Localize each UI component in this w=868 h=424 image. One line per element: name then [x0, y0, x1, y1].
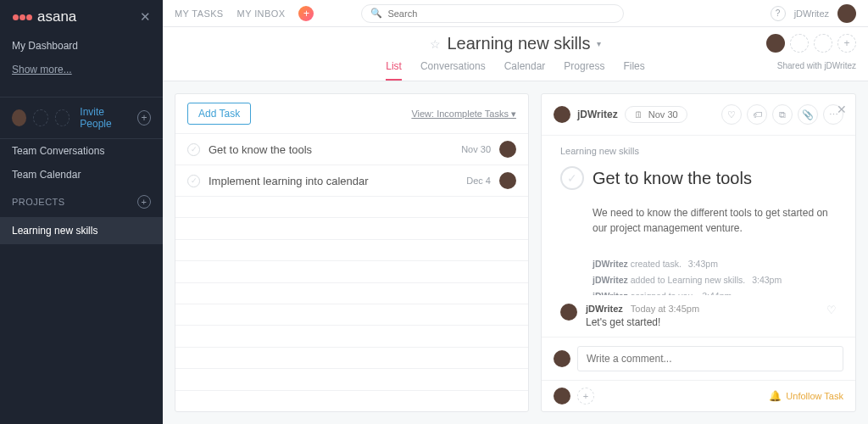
- comment-avatar[interactable]: [560, 304, 577, 321]
- member-avatar[interactable]: [766, 34, 785, 53]
- empty-row[interactable]: [175, 217, 528, 238]
- task-description[interactable]: We need to know the different tools to g…: [560, 205, 837, 236]
- unfollow-label: Unfollow Task: [786, 391, 843, 401]
- due-date-button[interactable]: 🗓 Nov 30: [625, 106, 687, 123]
- team-conversations-link[interactable]: Team Conversations: [0, 139, 163, 163]
- complete-checkbox[interactable]: [187, 175, 200, 187]
- comment-item: jDWritez Today at 3:45pm Let's get start…: [542, 295, 855, 337]
- avatar[interactable]: [12, 109, 26, 126]
- complete-checkbox[interactable]: ✓: [560, 166, 584, 190]
- project-header: ☆ Learning new skills ▾ + Shared with jD…: [163, 27, 868, 81]
- user-name[interactable]: jDWritez: [794, 8, 829, 19]
- activity-item: jDWritez assigned to you.3:44pm: [593, 288, 837, 295]
- project-title[interactable]: Learning new skills: [448, 34, 591, 53]
- follower-avatar[interactable]: [554, 388, 570, 404]
- tab-progress[interactable]: Progress: [564, 60, 604, 81]
- comment-author: jDWritez: [586, 304, 623, 314]
- task-row[interactable]: Get to know the tools Nov 30: [175, 133, 528, 165]
- empty-row[interactable]: [175, 196, 528, 217]
- invite-row: Invite People +: [0, 97, 163, 139]
- plus-icon[interactable]: +: [137, 110, 151, 126]
- help-icon[interactable]: ?: [771, 6, 786, 21]
- show-more-link[interactable]: Show more...: [0, 58, 163, 81]
- empty-row[interactable]: [175, 368, 528, 389]
- view-filter-dropdown[interactable]: View: Incomplete Tasks: [411, 109, 516, 120]
- task-title[interactable]: Get to know the tools: [209, 143, 453, 156]
- activity-item: jDWritez created task.3:43pm: [593, 256, 837, 272]
- assignee-avatar[interactable]: [499, 172, 516, 189]
- unfollow-button[interactable]: 🔔 Unfollow Task: [769, 390, 843, 402]
- task-detail-pane: ✕ jDWritez 🗓 Nov 30 ♡ 🏷 ⧉ 📎 ⋯: [541, 93, 856, 412]
- chevron-down-icon[interactable]: ▾: [597, 39, 601, 48]
- due-date-value: Nov 30: [648, 109, 678, 120]
- logo-icon: [12, 14, 32, 20]
- invite-people-link[interactable]: Invite People: [80, 106, 131, 130]
- close-icon[interactable]: ✕: [140, 9, 151, 25]
- add-task-button[interactable]: Add Task: [187, 103, 251, 125]
- brand-name: asana: [37, 8, 76, 25]
- complete-checkbox[interactable]: [187, 143, 200, 156]
- team-calendar-link[interactable]: Team Calendar: [0, 163, 163, 187]
- tab-calendar[interactable]: Calendar: [504, 60, 546, 81]
- close-icon[interactable]: ✕: [837, 103, 847, 116]
- empty-row[interactable]: [175, 304, 528, 325]
- add-member-slot[interactable]: [790, 34, 809, 53]
- tab-conversations[interactable]: Conversations: [420, 60, 486, 81]
- empty-row[interactable]: [175, 260, 528, 282]
- task-title[interactable]: Get to know the tools: [593, 169, 752, 188]
- search-field[interactable]: 🔍: [361, 4, 624, 23]
- activity-item: jDWritez added to Learning new skills.3:…: [593, 272, 837, 288]
- attachment-icon[interactable]: 📎: [798, 104, 818, 125]
- subtask-icon[interactable]: ⧉: [772, 104, 793, 125]
- activity-log: jDWritez created task.3:43pm jDWritez ad…: [560, 256, 837, 295]
- tab-list[interactable]: List: [386, 60, 402, 81]
- shared-with-label: Shared with jDWritez: [777, 61, 856, 70]
- like-icon[interactable]: ♡: [721, 104, 742, 125]
- invite-slot[interactable]: [33, 109, 48, 126]
- add-member-button[interactable]: +: [837, 34, 856, 53]
- invite-slot[interactable]: [55, 109, 70, 126]
- task-list-pane: Add Task View: Incomplete Tasks Get to k…: [175, 93, 529, 412]
- my-tasks-link[interactable]: MY TASKS: [175, 8, 224, 19]
- project-tabs: List Conversations Calendar Progress Fil…: [163, 53, 868, 81]
- add-member-slot[interactable]: [814, 34, 832, 53]
- add-follower-button[interactable]: +: [577, 388, 594, 404]
- assignee-name[interactable]: jDWritez: [577, 109, 618, 120]
- comment-input[interactable]: [577, 346, 843, 371]
- task-project-tag[interactable]: Learning new skills: [560, 146, 837, 156]
- quick-add-button[interactable]: +: [298, 6, 314, 21]
- empty-row[interactable]: [175, 282, 528, 304]
- projects-heading: PROJECTS +: [0, 187, 163, 217]
- bell-icon: 🔔: [769, 390, 782, 402]
- empty-row[interactable]: [175, 325, 528, 346]
- my-dashboard-link[interactable]: My Dashboard: [0, 34, 163, 58]
- assignee-avatar[interactable]: [554, 106, 570, 123]
- my-inbox-link[interactable]: MY INBOX: [237, 8, 286, 19]
- search-icon: 🔍: [370, 8, 382, 19]
- task-due-date: Dec 4: [466, 176, 491, 186]
- tag-icon[interactable]: 🏷: [747, 104, 767, 125]
- empty-row[interactable]: [175, 390, 528, 411]
- user-avatar[interactable]: [837, 4, 856, 23]
- logo[interactable]: asana: [12, 8, 76, 25]
- task-title[interactable]: Implement learning into calendar: [209, 175, 458, 187]
- task-due-date: Nov 30: [461, 144, 491, 154]
- tab-files[interactable]: Files: [623, 60, 644, 81]
- add-project-icon[interactable]: +: [137, 195, 151, 209]
- sidebar-project-item[interactable]: Learning new skills: [0, 217, 163, 244]
- empty-row[interactable]: [175, 347, 528, 368]
- empty-row[interactable]: [175, 239, 528, 260]
- user-avatar: [554, 350, 570, 367]
- comment-text: Let's get started!: [586, 316, 818, 328]
- comment-timestamp: Today at 3:45pm: [631, 304, 699, 314]
- calendar-icon: 🗓: [634, 109, 643, 120]
- sidebar: asana ✕ My Dashboard Show more... Invite…: [0, 0, 163, 424]
- projects-label: PROJECTS: [12, 197, 65, 207]
- like-comment-icon[interactable]: ♡: [826, 304, 837, 316]
- followers-row: + 🔔 Unfollow Task: [542, 380, 855, 411]
- task-row[interactable]: Implement learning into calendar Dec 4: [175, 165, 528, 196]
- star-icon[interactable]: ☆: [430, 37, 441, 51]
- search-input[interactable]: [387, 8, 615, 19]
- comment-composer: [542, 337, 855, 380]
- assignee-avatar[interactable]: [499, 141, 516, 158]
